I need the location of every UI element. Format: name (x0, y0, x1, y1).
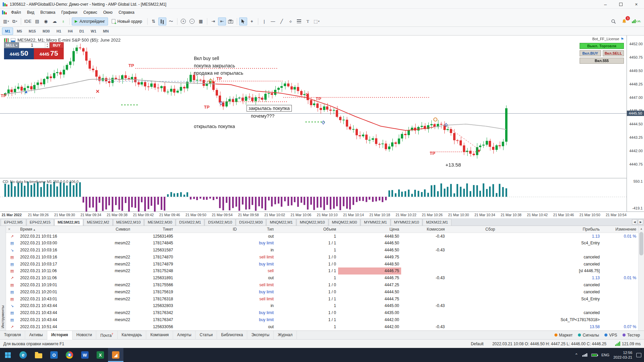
chart-profiles-button[interactable]: ⧉▾ (11, 17, 19, 25)
tabs-scroll-right-button[interactable]: ▶ (638, 219, 643, 225)
price-axis[interactable]: 4452.004450.754449.504448.254447.004445.… (627, 36, 644, 212)
chart-tab-EPH22,M5[interactable]: EPH22,M5 (1, 219, 26, 226)
chart-tab-MNQM22,M30[interactable]: MNQM22,M30 (329, 219, 361, 226)
table-scrollbar[interactable]: ▲ (638, 226, 644, 330)
tick-chart-icon[interactable]: ⇅ (150, 17, 158, 25)
menu-Окно[interactable]: Окно (100, 9, 116, 16)
history-row[interactable]: ↗2022.03.21 10:01:16125631495out14448.50… (6, 233, 638, 240)
history-row[interactable]: ▤2022.03.21 10:03:16mesm22178174870sell … (6, 253, 638, 260)
column-header-Прибыль[interactable]: Прибыль (497, 226, 602, 233)
new-chart-button[interactable]: ▥▾ (2, 17, 10, 25)
channel-icon[interactable]: = (285, 16, 296, 27)
taskbar-metatrader[interactable]: ◢ (108, 348, 123, 362)
taskbar-explorer[interactable] (31, 348, 46, 362)
search-icon[interactable] (609, 17, 618, 25)
battery-icon[interactable] (591, 354, 597, 357)
chart-tab-MESM22,M2[interactable]: MESM22,M2 (84, 219, 112, 226)
journal-icon[interactable]: ▤ (33, 17, 41, 25)
tool-Сигналы[interactable]: Сигналы (578, 333, 599, 338)
history-row[interactable]: ▤2022.03.21 10:43:01mesm22178176318sell … (6, 295, 638, 302)
menu-Сервис[interactable]: Сервис (80, 9, 100, 16)
chart-tab-DSXH22,M30[interactable]: DSXH22,M30 (236, 219, 266, 226)
history-row[interactable]: ▤2022.03.21 10:03:17mesm22178174879buy l… (6, 260, 638, 267)
bottom-tab-Новости[interactable]: Новости (72, 331, 96, 340)
chart-shift-icon[interactable]: ⇤ (218, 17, 226, 25)
algo-trading-button[interactable]: ▶Алготрейдинг (72, 17, 108, 25)
bottom-tab-Календарь[interactable]: Календарь (118, 331, 147, 340)
trendline-icon[interactable]: ╱ (278, 17, 286, 25)
timeframe-M30[interactable]: M30 (40, 27, 53, 35)
chart-tab-MNQM22,M1[interactable]: MNQM22,M1 (266, 219, 296, 226)
restore-button[interactable] (613, 0, 629, 8)
bottom-tab-Алерты[interactable]: Алерты (173, 331, 196, 340)
network-icon[interactable] (582, 353, 587, 357)
tool-VPS[interactable]: VPS (604, 333, 617, 338)
cursor-icon[interactable] (239, 17, 247, 25)
bottom-tab-Почта[interactable]: Почта7 (96, 331, 117, 340)
bottom-tab-Активы[interactable]: Активы (25, 331, 47, 340)
menu-Графики[interactable]: Графики (58, 9, 80, 16)
history-row[interactable]: ↘2022.03.21 10:43:44125632803in14445.00-… (6, 302, 638, 309)
scroll-up-icon[interactable]: ▲ (639, 226, 644, 230)
bottom-tab-Компания[interactable]: Компания (146, 331, 173, 340)
timeframe-D1[interactable]: D1 (76, 27, 87, 35)
timeframe-M5[interactable]: M5 (14, 27, 25, 35)
line-mode-icon[interactable]: 〜 (167, 17, 175, 25)
chart-window-icon[interactable] (4, 38, 9, 42)
toolbox-close-icon[interactable]: × (6, 226, 18, 233)
history-row[interactable]: ▤2022.03.21 10:11:06mesm22178175248sell1… (6, 267, 638, 275)
taskbar-chrome[interactable] (62, 348, 77, 362)
column-header-ID[interactable]: ID (175, 226, 239, 233)
menu-Вид[interactable]: Вид (24, 9, 38, 16)
ide-button[interactable]: IDE (23, 17, 33, 25)
column-header-Изменение[interactable]: Изменение (602, 226, 638, 233)
toggle-555-button[interactable]: Вкл.555 (580, 58, 624, 64)
chevron-up-icon[interactable]: ⌃ (575, 353, 578, 358)
taskbar-clock[interactable]: 12:562022-03-21 (613, 350, 632, 360)
zoom-out-icon[interactable]: − (188, 17, 196, 25)
timeframe-M1[interactable]: M1 (2, 27, 13, 35)
history-row[interactable]: ↘2022.03.21 10:03:16125631587in14446.50-… (6, 247, 638, 254)
connection-levels-button[interactable]: LVL (631, 17, 642, 25)
column-header-Тикет[interactable]: Тикет (132, 226, 175, 233)
bottom-tab-Эксперты[interactable]: Эксперты (247, 331, 274, 340)
chart-tab-MESM22,M1[interactable]: MESM22,M1 (54, 219, 83, 226)
chart-tab-DSXM22,M10[interactable]: DSXM22,M10 (205, 219, 235, 226)
bottom-tab-Торговля[interactable]: Торговля (0, 331, 25, 340)
taskbar-edge[interactable]: e (15, 348, 31, 362)
column-header-Время[interactable]: Время ▲ (18, 226, 95, 233)
scrollbar-thumb[interactable] (639, 232, 643, 255)
column-header-Символ[interactable]: Символ (95, 226, 132, 233)
history-row[interactable]: ▤2022.03.21 10:43:44mesm22178176347buy l… (6, 316, 638, 323)
sell-price[interactable]: 4445 50 (4, 48, 34, 59)
cloud-icon[interactable]: ☁ (51, 17, 59, 25)
chart-mode-icon[interactable] (11, 38, 15, 42)
time-axis[interactable]: 21 Mar 202221 Mar 09:2621 Mar 09:3021 Ma… (0, 212, 644, 218)
history-row[interactable]: ↗2022.03.21 10:11:06125631891out14446.75… (6, 275, 638, 282)
taskbar-outlook[interactable]: O (46, 348, 62, 362)
grid-icon[interactable]: ▦ (197, 17, 205, 25)
column-header-Тип[interactable]: Тип (239, 226, 276, 233)
bottom-tab-Библиотека[interactable]: Библиотека (217, 331, 247, 340)
menu-Файл[interactable]: Файл (8, 9, 24, 16)
history-row[interactable]: ▤2022.03.21 10:03:00mesm22178174845buy l… (6, 240, 638, 247)
buy-button[interactable]: BUY (50, 42, 64, 48)
column-header-Цена[interactable]: Цена (338, 226, 401, 233)
toggle-sell-button[interactable]: Вкл.SELL (603, 50, 624, 56)
chart-tab-MYMM22,M1[interactable]: MYMM22,M1 (361, 219, 390, 226)
timeframe-H4[interactable]: H4 (65, 27, 75, 35)
candles-mode-icon[interactable] (158, 17, 166, 25)
vertical-line-icon[interactable]: | (260, 17, 268, 25)
tabs-scroll-left-button[interactable]: ◀ (632, 219, 637, 225)
taskbar-word[interactable]: W (77, 348, 93, 362)
chart-tab-MESM22,M30[interactable]: MESM22,M30 (144, 219, 175, 226)
candlestick-chart-canvas[interactable] (0, 36, 627, 178)
toolbox-title[interactable]: Инструменты (1, 305, 5, 328)
history-header-row[interactable]: ×Время ▲СимволТикетIDТипОбъемЦенаКомисси… (6, 226, 638, 233)
community-icon[interactable]: ♁ (59, 17, 67, 25)
notifications-button[interactable]: 1 (620, 17, 628, 25)
timeframe-H1[interactable]: H1 (53, 27, 64, 35)
screenshot-icon[interactable] (227, 17, 235, 25)
language-indicator[interactable]: ENG (601, 353, 609, 357)
bottom-tab-Статьи[interactable]: Статьи (196, 331, 217, 340)
